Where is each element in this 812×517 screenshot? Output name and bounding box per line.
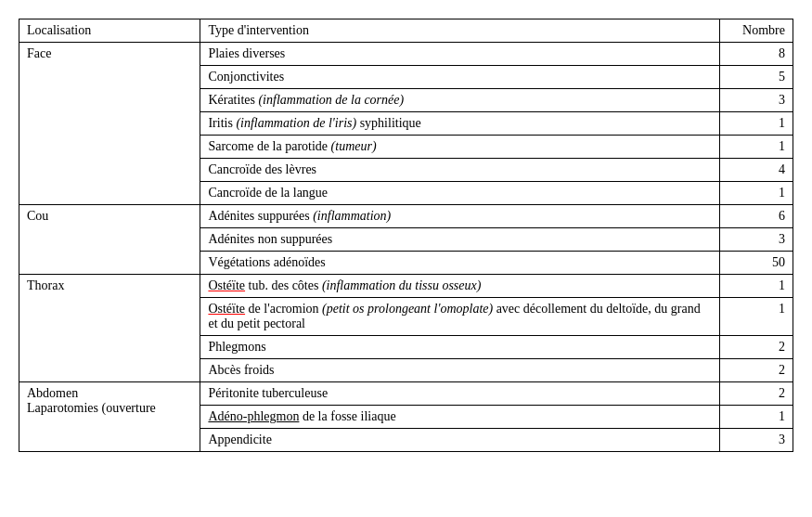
intervention-cell: Sarcome de la parotide (tumeur) xyxy=(200,136,719,159)
intervention-cell: Abcès froids xyxy=(200,359,719,382)
intervention-cell: Adénites suppurées (inflammation) xyxy=(200,205,719,228)
nombre-cell: 1 xyxy=(719,275,793,298)
localisation-cell: Cou xyxy=(19,205,200,275)
header-intervention: Type d'intervention xyxy=(200,19,719,43)
nombre-cell: 1 xyxy=(719,406,793,429)
nombre-cell: 3 xyxy=(719,228,793,252)
table-row: AbdomenLaparotomies (ouverturePéritonite… xyxy=(19,382,793,406)
table-row: ThoraxOstéïte tub. des côtes (inflammati… xyxy=(19,275,793,298)
nombre-cell: 8 xyxy=(719,43,793,66)
table-row: FacePlaies diverses8 xyxy=(19,43,793,66)
table-row: CouAdénites suppurées (inflammation)6 xyxy=(19,205,793,228)
intervention-cell: Conjonctivites xyxy=(200,66,719,89)
intervention-cell: Adéno-phlegmon de la fosse iliaque xyxy=(200,406,719,429)
nombre-cell: 2 xyxy=(719,336,793,359)
medical-table: Localisation Type d'intervention Nombre … xyxy=(19,19,793,452)
intervention-cell: Ostéïte tub. des côtes (inflammation du … xyxy=(200,275,719,298)
localisation-cell: AbdomenLaparotomies (ouverture xyxy=(19,382,200,452)
localisation-cell: Face xyxy=(19,43,200,205)
nombre-cell: 2 xyxy=(719,359,793,382)
localisation-cell: Thorax xyxy=(19,275,200,382)
nombre-cell: 1 xyxy=(719,182,793,205)
intervention-cell: Phlegmons xyxy=(200,336,719,359)
intervention-cell: Kératites (inflammation de la cornée) xyxy=(200,89,719,112)
header-localisation: Localisation xyxy=(19,19,200,43)
intervention-cell: Végétations adénoïdes xyxy=(200,252,719,275)
intervention-cell: Cancroïde de la langue xyxy=(200,182,719,205)
intervention-cell: Péritonite tuberculeuse xyxy=(200,382,719,406)
nombre-cell: 6 xyxy=(719,205,793,228)
nombre-cell: 50 xyxy=(719,252,793,275)
nombre-cell: 3 xyxy=(719,89,793,112)
header-nombre: Nombre xyxy=(719,19,793,43)
nombre-cell: 1 xyxy=(719,136,793,159)
intervention-cell: Cancroïde des lèvres xyxy=(200,159,719,182)
nombre-cell: 5 xyxy=(719,66,793,89)
nombre-cell: 1 xyxy=(719,112,793,136)
intervention-cell: Adénites non suppurées xyxy=(200,228,719,252)
intervention-cell: Iritis (inflammation de l'iris) syphilit… xyxy=(200,112,719,136)
intervention-cell: Ostéïte de l'acromion (petit os prolonge… xyxy=(200,298,719,336)
intervention-cell: Plaies diverses xyxy=(200,43,719,66)
nombre-cell: 1 xyxy=(719,298,793,336)
intervention-cell: Appendicite xyxy=(200,429,719,452)
nombre-cell: 3 xyxy=(719,429,793,452)
nombre-cell: 4 xyxy=(719,159,793,182)
nombre-cell: 2 xyxy=(719,382,793,406)
